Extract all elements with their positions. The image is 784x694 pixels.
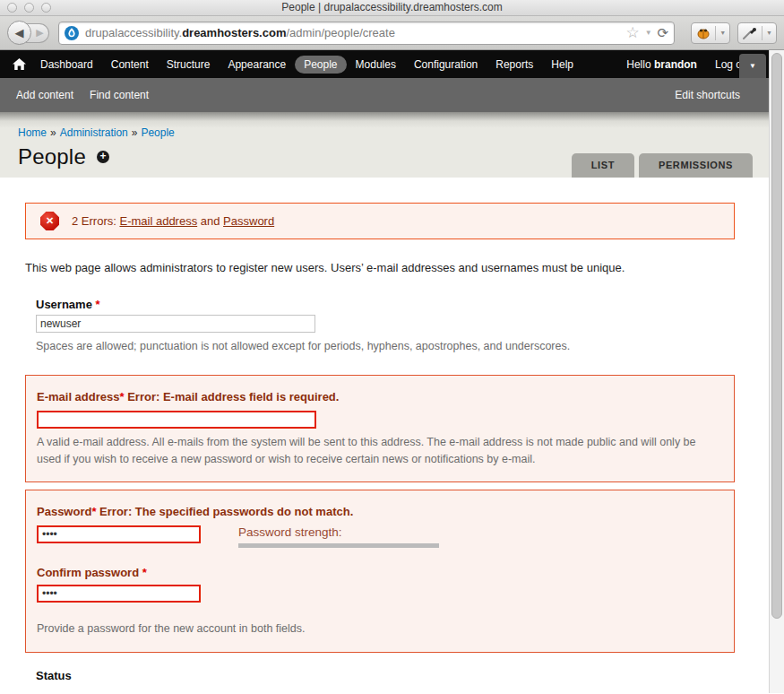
intro-text: This web page allows administrators to r… (25, 261, 735, 274)
username-description: Spaces are allowed; punctuation is not a… (36, 338, 735, 355)
password-label: Password* Error: The specified passwords… (37, 505, 353, 518)
user-greeting: Hello brandon (617, 58, 706, 71)
confirm-password-label-text: Confirm password (37, 566, 142, 579)
email-description: A valid e-mail address. All e-mails from… (37, 434, 721, 468)
toolbar-item-help[interactable]: Help (542, 56, 582, 74)
toolbar-item-structure[interactable]: Structure (158, 56, 220, 74)
toolbar-item-modules[interactable]: Modules (347, 56, 405, 74)
main-content: ✕ 2 Errors: E-mail address and Password … (0, 203, 769, 693)
email-label-text: E-mail address (37, 390, 120, 403)
breadcrumb-separator: » (132, 126, 138, 139)
browser-viewport: Dashboard Content Structure Appearance P… (0, 50, 784, 693)
shortcut-find-content[interactable]: Find content (90, 89, 149, 101)
url-path: /admin/people/create (286, 26, 394, 39)
toolbar-item-people[interactable]: People (295, 56, 346, 74)
password-error-text: Error: The specified passwords do not ma… (96, 505, 353, 518)
shortcut-add-content[interactable]: Add content (16, 89, 73, 101)
password-label-text: Password (37, 505, 91, 518)
confirm-password-input[interactable] (37, 585, 201, 603)
greeting-username: brandon (654, 58, 697, 71)
contextual-add-icon[interactable]: + (97, 151, 109, 163)
password-description: Provide a password for the new account i… (37, 620, 721, 638)
url-text[interactable]: drupalaccessibility.dreamhosters.com/adm… (85, 26, 625, 39)
email-field-group: E-mail address* Error: E-mail address fi… (25, 375, 735, 483)
firebug-dropdown-icon[interactable]: ▼ (719, 30, 726, 36)
email-label: E-mail address* Error: E-mail address fi… (37, 390, 339, 403)
window-zoom-button[interactable] (41, 3, 51, 13)
tab-permissions[interactable]: PERMISSIONS (639, 153, 753, 178)
firebug-addon-button[interactable]: ▼ (691, 22, 730, 44)
firebug-icon (695, 26, 711, 40)
breadcrumb-people[interactable]: People (141, 126, 174, 139)
password-field-group: Password* Error: The specified passwords… (25, 490, 735, 653)
username-input[interactable] (36, 315, 315, 333)
shortcut-bar: Add content Find content Edit shortcuts (0, 78, 769, 112)
password-strength-label: Password strength: (238, 525, 439, 539)
primary-tabs: LIST PERMISSIONS (572, 153, 753, 178)
window-controls[interactable] (7, 3, 51, 13)
admin-toolbar: Dashboard Content Structure Appearance P… (0, 50, 769, 78)
tab-list[interactable]: LIST (572, 153, 634, 178)
window-close-button[interactable] (7, 3, 17, 13)
greeting-prefix: Hello (626, 58, 654, 71)
username-field-group: Username * Spaces are allowed; punctuati… (36, 298, 735, 355)
password-strength-widget: Password strength: (238, 525, 439, 548)
drupal-page: Dashboard Content Structure Appearance P… (0, 50, 769, 693)
password-input[interactable] (37, 525, 201, 543)
error-summary-text: 2 Errors: E-mail address and Password (72, 214, 274, 228)
home-icon[interactable] (13, 58, 26, 70)
required-asterisk: * (95, 298, 99, 311)
toolbar-item-reports[interactable]: Reports (487, 56, 542, 74)
breadcrumb: Home»Administration»People (18, 126, 769, 139)
browser-navbar: ◀ ▶ drupalaccessibility.dreamhosters.com… (0, 16, 784, 50)
forward-icon: ▶ (36, 27, 43, 39)
breadcrumb-home[interactable]: Home (18, 126, 47, 139)
toolbar-caret-icon: ▼ (749, 62, 756, 70)
error-link-password[interactable]: Password (223, 214, 274, 228)
toolbar-item-configuration[interactable]: Configuration (405, 56, 487, 74)
scrollbar-thumb[interactable] (771, 53, 782, 619)
confirm-password-group: Confirm password * (37, 566, 721, 603)
toolbar-item-dashboard[interactable]: Dashboard (31, 56, 102, 74)
window-title: People | drupalaccessibility.dreamhoster… (0, 0, 784, 15)
url-dropdown-icon[interactable]: ▼ (645, 29, 652, 37)
username-label-text: Username (36, 298, 95, 311)
eyedropper-icon (742, 26, 758, 40)
back-button[interactable]: ◀ (7, 21, 31, 45)
urlbar-icons: ☆ ▼ ⟳ (625, 25, 668, 41)
required-asterisk: * (142, 566, 147, 579)
error-link-email[interactable]: E-mail address (119, 214, 197, 228)
error-joiner-text: and (197, 214, 223, 228)
status-label: Status (36, 669, 735, 682)
toolbar-item-content[interactable]: Content (102, 56, 158, 74)
email-input[interactable] (37, 411, 316, 429)
url-bar[interactable]: drupalaccessibility.dreamhosters.com/adm… (58, 22, 675, 45)
breadcrumb-administration[interactable]: Administration (60, 126, 128, 139)
password-strength-bar (238, 543, 439, 548)
error-summary-message: ✕ 2 Errors: E-mail address and Password (25, 203, 735, 239)
username-label: Username * (36, 298, 735, 311)
eyedropper-dropdown-icon[interactable]: ▼ (766, 30, 772, 36)
toolbar-toggle-button[interactable]: ▼ (739, 54, 766, 78)
page-title: People (18, 144, 86, 169)
confirm-password-label: Confirm password * (37, 566, 721, 579)
status-field-group: Status Blocked Active (36, 669, 735, 693)
toolbar-item-appearance[interactable]: Appearance (219, 56, 295, 74)
refresh-icon[interactable]: ⟳ (658, 25, 669, 41)
breadcrumb-separator: » (50, 126, 56, 139)
window-minimize-button[interactable] (24, 3, 34, 13)
error-count-text: 2 Errors: (72, 214, 119, 228)
page-scrollbar[interactable] (769, 50, 784, 693)
history-buttons: ◀ ▶ (7, 21, 49, 45)
edit-shortcuts-link[interactable]: Edit shortcuts (675, 89, 740, 101)
back-icon: ◀ (15, 26, 24, 39)
browser-titlebar: People | drupalaccessibility.dreamhoster… (0, 0, 784, 16)
page-header: Home»Administration»People People + LIST… (0, 112, 769, 178)
email-error-text: Error: E-mail address field is required. (125, 390, 340, 403)
drupal-favicon-icon (65, 26, 79, 40)
bookmark-star-icon[interactable]: ☆ (625, 25, 639, 40)
divider (715, 26, 716, 40)
error-icon: ✕ (40, 212, 59, 230)
divider (762, 26, 762, 40)
eyedropper-addon-button[interactable]: ▼ (737, 22, 777, 44)
